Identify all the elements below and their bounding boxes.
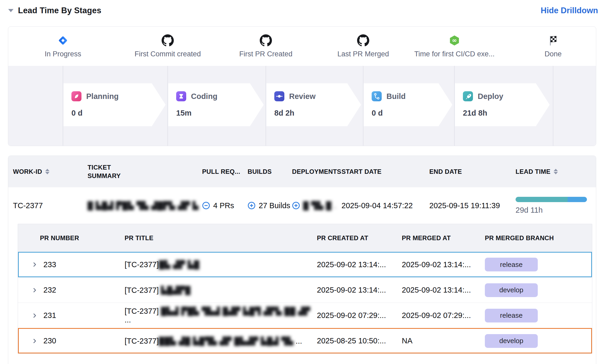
column-header-pr-number: PR NUMBER (18, 234, 125, 242)
expand-chevron-icon[interactable] (32, 313, 38, 319)
stage-coding: Coding 15m (168, 83, 264, 126)
lead-time-bar (516, 197, 587, 202)
pr-branch-cell: develop (485, 334, 592, 348)
stage-name: Build (386, 92, 406, 101)
stage-name: Deploy (478, 92, 503, 101)
branch-badge: release (485, 258, 538, 271)
pr-number: 233 (43, 260, 56, 269)
page-title: Lead Time By Stages (18, 6, 101, 15)
expand-circle-plus-icon[interactable] (292, 202, 300, 210)
github-icon (112, 34, 223, 47)
lead-time-value: 29d 11h (516, 206, 591, 215)
pr-title: [TC-2377]██▙ ▟█ ▙█▜▙ ▟▛ █▙▟▛ ▙█▟ ▜▙ ... (125, 336, 317, 345)
column-header-lead-time[interactable]: LEAD TIME (516, 167, 591, 176)
pr-merged-at: NA (402, 336, 485, 345)
stage-duration: 8d 2h (274, 109, 361, 117)
github-icon (210, 34, 321, 47)
pr-table-row[interactable]: 231 [TC-2377] █▙▟ ▛█▙ ▜▙▟ █▟▛ ▙█▜ ▟▛▙ ██… (18, 303, 592, 328)
pr-created-at: 2025-09-02 13:14:... (317, 260, 402, 269)
pr-branch-cell: release (485, 258, 592, 271)
lead-time-bar-teal (516, 197, 568, 202)
pr-number: 231 (43, 311, 56, 320)
stage-duration: 0 d (372, 109, 452, 117)
coding-icon (176, 91, 186, 101)
jira-in-progress-icon (8, 34, 119, 47)
branch-badge: develop (485, 283, 538, 297)
pr-number: 232 (43, 286, 56, 294)
milestone-first-pr: First PR Created (210, 34, 321, 58)
pr-title: [TC-2377]█▙ ▟▛ ▙█ (125, 260, 317, 269)
stage-separator (266, 66, 266, 146)
pr-branch-cell: release (485, 309, 592, 322)
collapse-circle-minus-icon[interactable] (202, 202, 210, 210)
pr-title: [TC-2377] ▙█▟▛█ (125, 286, 317, 295)
hide-drilldown-link[interactable]: Hide Drilldown (541, 6, 598, 15)
expand-circle-plus-icon[interactable] (248, 202, 256, 210)
column-header-pr-branch: PR MERGED BRANCH (485, 234, 592, 242)
work-items-table: WORK-ID TICKET SUMMARY PULL REQ... BUILD… (8, 156, 596, 364)
milestone-label: Time for first CI/CD exe... (399, 50, 510, 58)
pr-merged-at: 2025-09-02 07:29:... (402, 311, 485, 320)
pr-table-header-row: PR NUMBER PR TITLE PR CREATED AT PR MERG… (18, 224, 592, 252)
expand-chevron-icon[interactable] (32, 287, 38, 293)
pr-title: [TC-2377] █▙▟ ▛█▙ ▜▙▟ █▟▛ ▙█▜ ▟▛▙ ██ ▟▛ … (125, 307, 317, 324)
stage-name: Planning (86, 92, 119, 101)
column-header-ticket-summary: TICKET SUMMARY (88, 163, 202, 180)
pr-created-at: 2025-09-02 13:14:... (317, 286, 402, 294)
review-icon (274, 91, 284, 101)
sort-icon[interactable] (554, 169, 558, 174)
end-date-cell: 2025-09-15 19:11:39 (429, 201, 516, 210)
milestone-label: First Commit created (112, 50, 223, 58)
collapse-triangle-icon[interactable] (8, 9, 14, 12)
work-table-row: TC-2377 █ ▙█▟ ▛█▙ ▜▙ ▟█▛▙ ▟▛ ▙ 4 PRs 27 … (8, 187, 596, 224)
lead-time-bar-blue (568, 197, 587, 202)
stage-separator (63, 66, 63, 146)
column-header-builds: BUILDS (248, 167, 292, 176)
stage-separator (553, 66, 553, 146)
build-icon (372, 91, 382, 101)
column-header-deployments: DEPLOYMENTS (292, 167, 341, 176)
cicd-icon: ∞ (399, 34, 510, 47)
column-header-pr-title: PR TITLE (125, 234, 317, 242)
stage-deploy: Deploy 21d 8h (455, 83, 550, 126)
branch-badge: develop (485, 334, 538, 348)
pr-created-at: 2025-08-25 10:50:... (317, 336, 402, 345)
section-header: Lead Time By Stages Hide Drilldown (8, 4, 598, 17)
pr-table-row[interactable]: 233 [TC-2377]█▙ ▟▛ ▙█ 2025-09-02 13:14:.… (18, 252, 592, 277)
pr-table-row[interactable]: 232 [TC-2377] ▙█▟▛█ 2025-09-02 13:14:...… (18, 277, 592, 303)
column-header-start-date: START DATE (341, 167, 429, 176)
stage-duration: 21d 8h (463, 109, 550, 117)
pr-branch-cell: develop (485, 283, 592, 297)
checkered-flag-icon (498, 34, 596, 47)
work-id-cell: TC-2377 (13, 201, 88, 210)
stage-planning: Planning 0 d (63, 83, 166, 126)
milestone-first-commit: First Commit created (112, 34, 223, 58)
expand-chevron-icon[interactable] (32, 338, 38, 344)
svg-text:∞: ∞ (452, 37, 457, 44)
expand-chevron-icon[interactable] (32, 262, 38, 267)
stage-duration: 0 d (71, 109, 166, 117)
sort-icon[interactable] (45, 169, 49, 174)
milestone-cicd: ∞ Time for first CI/CD exe... (399, 34, 510, 58)
branch-badge: release (485, 309, 538, 322)
stage-build: Build 0 d (364, 83, 452, 126)
stage-name: Coding (191, 92, 217, 101)
pr-number: 230 (43, 336, 56, 345)
pr-table-row[interactable]: 230 [TC-2377]██▙ ▟█ ▙█▜▙ ▟▛ █▙▟▛ ▙█▟ ▜▙ … (18, 328, 592, 353)
milestone-label: First PR Created (210, 50, 321, 58)
start-date-cell: 2025-09-04 14:57:22 (341, 201, 429, 210)
milestone-label: Done (498, 50, 596, 58)
pull-requests-toggle[interactable]: 4 PRs (202, 201, 248, 210)
pr-table: PR NUMBER PR TITLE PR CREATED AT PR MERG… (18, 224, 592, 354)
lead-time-stages-panel: In Progress First Commit created First P… (8, 26, 596, 146)
deployments-toggle[interactable]: █ ▜▙ █ . (292, 201, 341, 210)
builds-toggle[interactable]: 27 Builds (248, 201, 292, 210)
lead-time-cell: 29d 11h (516, 197, 591, 215)
milestone-done: Done (498, 34, 596, 58)
column-header-pull-requests: PULL REQ... (202, 167, 248, 176)
column-header-end-date: END DATE (429, 167, 516, 176)
stage-separator (363, 66, 363, 146)
pr-merged-at: 2025-09-02 13:14:... (402, 286, 485, 294)
planning-icon (71, 91, 81, 101)
column-header-work-id[interactable]: WORK-ID (13, 167, 88, 176)
